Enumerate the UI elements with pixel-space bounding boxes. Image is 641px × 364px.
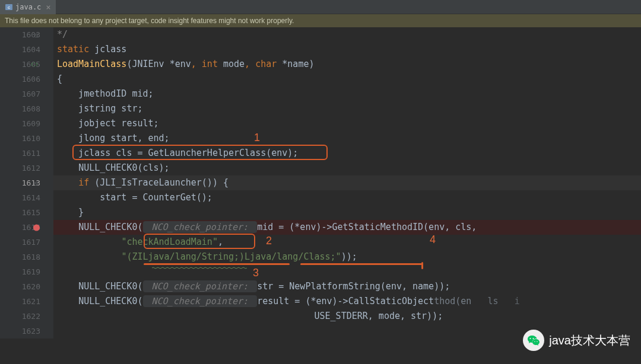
code-line: static jclass xyxy=(57,42,641,57)
line-number: 1610 xyxy=(0,131,40,146)
code-line: USE_STDERR, mode, str)); xyxy=(57,309,641,324)
line-number: 1618 xyxy=(0,250,40,264)
wechat-icon xyxy=(523,330,544,351)
vcs-change-icon xyxy=(31,57,38,72)
c-file-icon: c xyxy=(5,3,13,11)
code-line: "checkAndLoadMain", xyxy=(57,235,641,250)
tab-label: java.c xyxy=(15,3,41,11)
watermark-text: java技术大本营 xyxy=(549,333,630,349)
code-line: LoadMainClass(JNIEnv *env, int mode, cha… xyxy=(57,57,641,72)
code-line: jlong start, end; xyxy=(57,131,641,146)
line-number: 1604 xyxy=(0,42,40,57)
code-line: start = CounterGet(); xyxy=(57,190,641,205)
code-line: } xyxy=(57,205,641,220)
line-number: 1615 xyxy=(0,205,40,220)
line-number: 1619 xyxy=(0,264,40,279)
warning-text: This file does not belong to any project… xyxy=(5,17,294,25)
line-number: 1611 xyxy=(0,146,40,161)
line-number: 1623 xyxy=(0,324,40,339)
inline-hint: NCO_check_pointer: xyxy=(143,280,258,292)
code-line: jmethodID mid; xyxy=(57,87,641,101)
line-number: 1612 xyxy=(0,161,40,175)
line-gutter: 1603⊟ 1604 1605 1606 1607 1608 1609 1610… xyxy=(0,27,53,339)
inline-hint: NCO_check_pointer: xyxy=(143,295,258,307)
fold-icon[interactable]: ⊟ xyxy=(34,175,38,190)
fold-icon[interactable]: ⊟ xyxy=(34,27,38,42)
code-line: if (JLI_IsTraceLauncher()) { xyxy=(57,175,641,190)
code-line: NULL_CHECK0( NCO_check_pointer: result =… xyxy=(57,294,641,309)
line-number: 1606 xyxy=(0,72,40,87)
tab-bar: c java.c × xyxy=(0,0,641,14)
line-number: 1605 xyxy=(0,57,40,72)
code-line: { xyxy=(57,72,641,87)
code-line xyxy=(57,264,641,279)
line-number: 1608 xyxy=(0,101,40,116)
file-tab[interactable]: c java.c × xyxy=(0,0,56,14)
code-line: NULL_CHECK0( NCO_check_pointer: str = Ne… xyxy=(57,279,641,294)
code-area[interactable]: */ static jclass LoadMainClass(JNIEnv *e… xyxy=(53,27,641,339)
line-number: 1620 xyxy=(0,279,40,294)
line-number: 1621 xyxy=(0,294,40,309)
code-line: jclass cls = GetLauncherHelperClass(env)… xyxy=(57,146,641,161)
close-icon[interactable]: × xyxy=(46,2,50,12)
line-number: 1603⊟ xyxy=(0,27,40,42)
line-number: 1609 xyxy=(0,116,40,131)
code-line: NULL_CHECK0(cls); xyxy=(57,161,641,175)
code-line: jobject result; xyxy=(57,116,641,131)
line-number: 1616 xyxy=(0,220,40,235)
code-line: NULL_CHECK0( NCO_check_pointer: mid = (*… xyxy=(57,220,641,235)
code-line: jstring str; xyxy=(57,101,641,116)
code-line: */ xyxy=(57,27,641,42)
line-number: 1613⊟ xyxy=(0,175,40,190)
watermark: java技术大本营 xyxy=(523,330,630,351)
line-number: 1622 xyxy=(0,309,40,324)
line-number: 1617 xyxy=(0,235,40,250)
breakpoint-icon[interactable] xyxy=(33,224,40,231)
line-number: 1614 xyxy=(0,190,40,205)
inline-hint: NCO_check_pointer: xyxy=(143,221,258,233)
code-editor[interactable]: 1603⊟ 1604 1605 1606 1607 1608 1609 1610… xyxy=(0,27,641,339)
code-line: "(ZILjava/lang/String;)Ljava/lang/Class;… xyxy=(57,250,641,264)
svg-text:c: c xyxy=(8,5,10,10)
line-number: 1607 xyxy=(0,87,40,101)
warning-bar: This file does not belong to any project… xyxy=(0,14,641,27)
